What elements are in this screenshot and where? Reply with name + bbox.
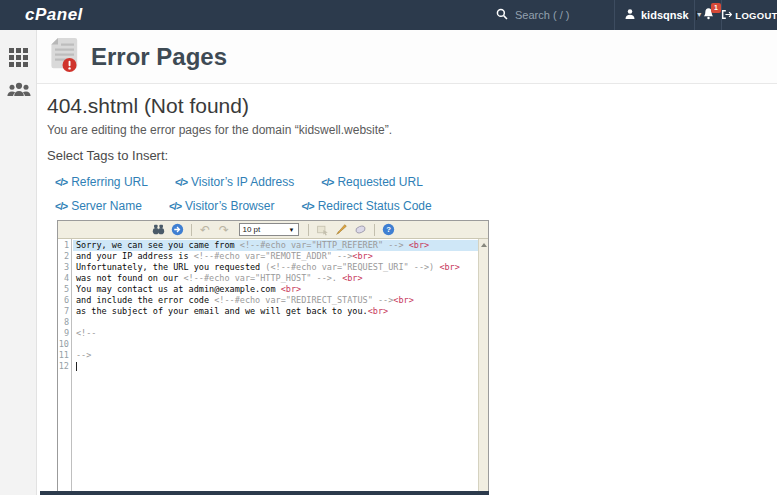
code-segment-tag: <br>	[439, 262, 459, 272]
code-segment-text: and your IP address is	[76, 251, 194, 261]
code-tag-icon: </>	[55, 176, 67, 188]
code-tag-icon: </>	[169, 200, 181, 212]
font-size-value: 10 pt	[243, 225, 261, 234]
code-line-5[interactable]: You may contact us at admin@example.com …	[73, 284, 478, 295]
bottom-bar	[40, 491, 489, 495]
redo-icon[interactable]: ↷	[217, 222, 232, 237]
code-segment-comment: <!--#echo var="REMOTE_ADDR" -->	[194, 251, 353, 261]
code-line-6[interactable]: and include the error code <!--#echo var…	[73, 295, 478, 306]
toolbar-separator	[308, 224, 309, 236]
code-segment-text: was not found on our	[76, 273, 183, 283]
left-sidebar	[0, 30, 37, 495]
insert-tags: </>Referring URL</>Visitor’s IP Address<…	[47, 170, 777, 218]
user-icon	[624, 8, 636, 22]
editor-body[interactable]: 123456789101112 Sorry, we can see you ca…	[58, 239, 488, 491]
page-title: Error Pages	[91, 43, 227, 71]
navbar-right: Search ( / ) kidsqnsk ▼ 1 LOGOUT	[487, 0, 777, 30]
code-line-12[interactable]	[73, 361, 478, 372]
insert-tag-redirect-status-code[interactable]: </>Redirect Status Code	[301, 199, 431, 213]
code-tag-icon: </>	[55, 200, 67, 212]
sidebar-item-users[interactable]	[0, 74, 37, 108]
select-arrow-icon: ▼	[289, 227, 295, 233]
go-to-line-icon[interactable]	[170, 222, 185, 237]
code-segment-text: Sorry, we can see you came from	[76, 240, 240, 250]
insert-tag-label: Visitor’s IP Address	[191, 175, 294, 189]
main-content: 404.shtml (Not found) You are editing th…	[37, 85, 777, 218]
line-number: 5	[58, 284, 69, 295]
code-segment-comment: -->	[76, 350, 91, 360]
code-segment-tag: <br>	[393, 295, 413, 305]
code-line-1[interactable]: Sorry, we can see you came from <!--#ech…	[73, 240, 478, 251]
svg-text:?: ?	[386, 225, 391, 234]
scroll-up-icon	[481, 243, 487, 247]
search-icon	[496, 6, 508, 24]
code-segment-comment: (<!--#echo var="REQUEST_URI" -->)	[265, 262, 434, 272]
domain-subheading: You are editing the error pages for the …	[47, 123, 777, 137]
code-line-7[interactable]: as the subject of your email and we will…	[73, 306, 478, 317]
top-navbar: cPanel Search ( / ) kidsqnsk ▼ 1	[0, 0, 777, 30]
code-segment-tag: <br>	[342, 273, 362, 283]
logout-button[interactable]: LOGOUT	[721, 0, 777, 30]
reset-highlight-eraser-icon[interactable]	[353, 222, 368, 237]
insert-tag-visitor-s-browser[interactable]: </>Visitor’s Browser	[169, 199, 275, 213]
grid-icon	[9, 48, 28, 67]
code-line-10[interactable]	[73, 339, 478, 350]
code-editor: ↶ ↷ 10 pt ▼ ? 123456789101112 Sorry,	[57, 220, 489, 491]
code-segment-comment: <!--#echo var="HTTP_REFERER" -->	[240, 240, 404, 250]
editor-gutter: 123456789101112	[58, 239, 72, 491]
insert-tag-server-name[interactable]: </>Server Name	[55, 199, 142, 213]
insert-tag-label: Requested URL	[337, 175, 422, 189]
notifications-button[interactable]: 1	[694, 0, 721, 30]
code-segment-tag: <br>	[368, 306, 388, 316]
search-input[interactable]: Search ( / )	[487, 0, 614, 30]
font-size-select[interactable]: 10 pt ▼	[239, 223, 299, 236]
editor-toolbar: ↶ ↷ 10 pt ▼ ?	[58, 221, 488, 239]
smooth-selection-icon[interactable]	[315, 222, 330, 237]
code-segment-comment: <!--#echo var="REDIRECT_STATUS" -->	[214, 295, 393, 305]
line-number: 6	[58, 295, 69, 306]
code-segment-tag: <br>	[281, 284, 301, 294]
cpanel-logo[interactable]: cPanel	[25, 5, 83, 25]
insert-tag-label: Visitor’s Browser	[185, 199, 274, 213]
insert-tag-visitor-s-ip-address[interactable]: </>Visitor’s IP Address	[175, 175, 294, 189]
file-heading: 404.shtml (Not found)	[47, 94, 777, 118]
insert-tags-label: Select Tags to Insert:	[47, 148, 777, 163]
toolbar-separator	[374, 224, 375, 236]
line-number: 4	[58, 273, 69, 284]
sidebar-item-apps[interactable]	[0, 40, 37, 74]
line-number: 3	[58, 262, 69, 273]
user-menu[interactable]: kidsqnsk ▼	[614, 0, 694, 30]
code-line-9[interactable]: <!--	[73, 328, 478, 339]
editor-code[interactable]: Sorry, we can see you came from <!--#ech…	[73, 239, 478, 491]
code-tag-icon: </>	[175, 176, 187, 188]
insert-tag-label: Server Name	[71, 199, 142, 213]
page-header: Error Pages	[37, 30, 777, 84]
search-placeholder: Search ( / )	[515, 9, 569, 21]
code-line-8[interactable]	[73, 317, 478, 328]
highlight-brush-icon[interactable]	[334, 222, 349, 237]
undo-icon[interactable]: ↶	[198, 222, 213, 237]
code-line-3[interactable]: Unfortunately, the URL you requested (<!…	[73, 262, 478, 273]
find-icon[interactable]	[151, 222, 166, 237]
line-number: 12	[58, 361, 69, 372]
code-segment-text: You may contact us at admin@example.com	[76, 284, 281, 294]
notification-badge: 1	[711, 3, 721, 13]
insert-tag-label: Redirect Status Code	[318, 199, 432, 213]
error-page-document-icon	[49, 37, 79, 77]
code-segment-text: as the subject of your email and we will…	[76, 306, 368, 316]
line-number: 8	[58, 317, 69, 328]
help-icon[interactable]: ?	[381, 222, 396, 237]
username: kidsqnsk	[641, 9, 689, 21]
code-line-2[interactable]: and your IP address is <!--#echo var="RE…	[73, 251, 478, 262]
insert-tag-label: Referring URL	[71, 175, 148, 189]
insert-tag-requested-url[interactable]: </>Requested URL	[321, 175, 423, 189]
code-line-4[interactable]: was not found on our <!--#echo var="HTTP…	[73, 273, 478, 284]
insert-tag-referring-url[interactable]: </>Referring URL	[55, 175, 148, 189]
line-number: 9	[58, 328, 69, 339]
line-number: 2	[58, 251, 69, 262]
code-segment-text: Unfortunately, the URL you requested	[76, 262, 265, 272]
editor-scrollbar[interactable]	[478, 239, 488, 491]
code-line-11[interactable]: -->	[73, 350, 478, 361]
users-icon	[7, 81, 31, 102]
logout-label: LOGOUT	[735, 10, 777, 21]
